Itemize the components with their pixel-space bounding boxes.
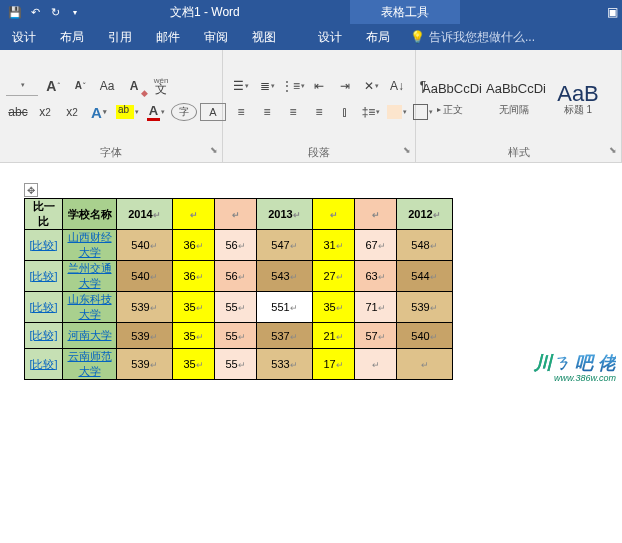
data-cell: 21↵ bbox=[313, 323, 355, 349]
school-link[interactable]: 兰州交通大学 bbox=[63, 261, 117, 292]
document-title: 文档1 - Word bbox=[170, 4, 240, 21]
tab-table-layout[interactable]: 布局 bbox=[354, 24, 402, 50]
highlight-button[interactable]: ▾ bbox=[114, 102, 141, 122]
align-left-button[interactable]: ≡ bbox=[229, 102, 253, 122]
data-cell: 540↵ bbox=[397, 323, 453, 349]
grow-font-button[interactable]: Aˆ bbox=[41, 76, 65, 96]
numbering-button[interactable]: ≣▾ bbox=[255, 76, 279, 96]
data-cell: 547↵ bbox=[257, 230, 313, 261]
th-blank1: ↵ bbox=[173, 199, 215, 230]
style-heading1[interactable]: AaB 标题 1 bbox=[550, 81, 606, 117]
school-link[interactable]: 山西财经大学 bbox=[63, 230, 117, 261]
comparison-table[interactable]: 比一比 学校名称 2014↵ ↵ ↵ 2013↵ ↵ ↵ 2012↵ [比较]山… bbox=[24, 198, 453, 380]
style-nospacing-label: 无间隔 bbox=[486, 103, 542, 117]
data-cell: 539↵ bbox=[117, 323, 173, 349]
enclose-char-button[interactable]: 字 bbox=[171, 103, 197, 121]
group-styles-label: 样式 bbox=[508, 146, 530, 158]
shrink-font-button[interactable]: Aˇ bbox=[68, 76, 92, 96]
font-color-button[interactable]: A▾ bbox=[144, 102, 168, 122]
data-cell: 71↵ bbox=[355, 292, 397, 323]
table-row[interactable]: [比较]山东科技大学539↵35↵55↵551↵35↵71↵539↵ bbox=[25, 292, 453, 323]
bullets-button[interactable]: ☰▾ bbox=[229, 76, 253, 96]
data-cell: 31↵ bbox=[313, 230, 355, 261]
tab-view[interactable]: 视图 bbox=[240, 24, 288, 50]
school-link[interactable]: 山东科技大学 bbox=[63, 292, 117, 323]
style-selected-icon: ▸ bbox=[437, 105, 441, 114]
group-font: ▾ Aˆ Aˇ Aa A◆ wén文 abc x2 x2 A▾ ▾ A▾ 字 A bbox=[0, 50, 223, 162]
tab-mailings[interactable]: 邮件 bbox=[144, 24, 192, 50]
compare-link[interactable]: [比较] bbox=[25, 230, 63, 261]
compare-link[interactable]: [比较] bbox=[25, 349, 63, 380]
data-cell: 35↵ bbox=[173, 349, 215, 380]
distribute-button[interactable]: ⫿ bbox=[333, 102, 357, 122]
line-spacing-button[interactable]: ‡≡▾ bbox=[359, 102, 383, 122]
sort-button[interactable]: A↓ bbox=[385, 76, 409, 96]
data-cell: 63↵ bbox=[355, 261, 397, 292]
data-cell: 35↵ bbox=[173, 323, 215, 349]
data-cell: 539↵ bbox=[117, 292, 173, 323]
subscript-button[interactable]: x2 bbox=[33, 102, 57, 122]
group-paragraph: ☰▾ ≣▾ ⋮≡▾ ⇤ ⇥ ✕▾ A↓ ¶ ≡ ≡ ≡ ≡ ⫿ ‡≡▾ ▾ bbox=[223, 50, 416, 162]
group-styles: AaBbCcDi ▸正文 AaBbCcDi 无间隔 AaB 标题 1 样式⬊ bbox=[416, 50, 622, 162]
qat-dropdown-icon[interactable]: ▾ bbox=[68, 5, 82, 19]
style-normal[interactable]: AaBbCcDi ▸正文 bbox=[422, 81, 478, 117]
strikethrough-button[interactable]: abc bbox=[6, 102, 30, 122]
data-cell: 36↵ bbox=[173, 230, 215, 261]
superscript-button[interactable]: x2 bbox=[60, 102, 84, 122]
asian-layout-button[interactable]: ✕▾ bbox=[359, 76, 383, 96]
school-link[interactable]: 云南师范大学 bbox=[63, 349, 117, 380]
styles-launcher-icon[interactable]: ⬊ bbox=[609, 145, 617, 155]
window-restore-icon[interactable]: ▣ bbox=[607, 5, 618, 19]
compare-link[interactable]: [比较] bbox=[25, 292, 63, 323]
data-cell: 539↵ bbox=[117, 349, 173, 380]
lightbulb-icon: 💡 bbox=[410, 30, 425, 44]
data-cell: 55↵ bbox=[215, 349, 257, 380]
multilevel-button[interactable]: ⋮≡▾ bbox=[281, 76, 305, 96]
change-case-button[interactable]: Aa bbox=[95, 76, 119, 96]
tab-table-design[interactable]: 设计 bbox=[306, 24, 354, 50]
align-center-button[interactable]: ≡ bbox=[255, 102, 279, 122]
table-row[interactable]: [比较]河南大学539↵35↵55↵537↵21↵57↵540↵ bbox=[25, 323, 453, 349]
watermark: 川ㄋ 吧 佬 www.386w.com bbox=[534, 354, 616, 384]
data-cell: 55↵ bbox=[215, 292, 257, 323]
title-bar: 💾 ↶ ↻ ▾ 文档1 - Word 表格工具 ▣ bbox=[0, 0, 622, 24]
data-cell: 57↵ bbox=[355, 323, 397, 349]
justify-button[interactable]: ≡ bbox=[307, 102, 331, 122]
data-cell: 533↵ bbox=[257, 349, 313, 380]
context-tab-label: 表格工具 bbox=[350, 0, 460, 24]
phonetic-guide-button[interactable]: wén文 bbox=[149, 76, 173, 96]
style-normal-preview: AaBbCcDi bbox=[422, 81, 478, 103]
document-canvas[interactable]: ✥ 比一比 学校名称 2014↵ ↵ ↵ 2013↵ ↵ ↵ 2012↵ [比较… bbox=[0, 163, 622, 388]
th-blank4: ↵ bbox=[355, 199, 397, 230]
tab-review[interactable]: 审阅 bbox=[192, 24, 240, 50]
undo-icon[interactable]: ↶ bbox=[28, 5, 42, 19]
tell-me-search[interactable]: 💡 告诉我您想做什么... bbox=[410, 29, 535, 46]
font-launcher-icon[interactable]: ⬊ bbox=[210, 145, 218, 155]
tab-design[interactable]: 设计 bbox=[0, 24, 48, 50]
table-row[interactable]: [比较]山西财经大学540↵36↵56↵547↵31↵67↵548↵ bbox=[25, 230, 453, 261]
increase-indent-button[interactable]: ⇥ bbox=[333, 76, 357, 96]
align-right-button[interactable]: ≡ bbox=[281, 102, 305, 122]
style-nospacing[interactable]: AaBbCcDi 无间隔 bbox=[486, 81, 542, 117]
decrease-indent-button[interactable]: ⇤ bbox=[307, 76, 331, 96]
font-dropdown[interactable]: ▾ bbox=[6, 75, 38, 96]
tab-layout[interactable]: 布局 bbox=[48, 24, 96, 50]
data-cell: 67↵ bbox=[355, 230, 397, 261]
table-row[interactable]: [比较]兰州交通大学540↵36↵56↵543↵27↵63↵544↵ bbox=[25, 261, 453, 292]
tell-me-placeholder: 告诉我您想做什么... bbox=[429, 29, 535, 46]
compare-link[interactable]: [比较] bbox=[25, 261, 63, 292]
data-cell: 544↵ bbox=[397, 261, 453, 292]
shading-button[interactable]: ▾ bbox=[385, 102, 409, 122]
tab-references[interactable]: 引用 bbox=[96, 24, 144, 50]
redo-icon[interactable]: ↻ bbox=[48, 5, 62, 19]
text-effects-button[interactable]: A▾ bbox=[87, 102, 111, 122]
clear-format-button[interactable]: A◆ bbox=[122, 76, 146, 96]
paragraph-launcher-icon[interactable]: ⬊ bbox=[403, 145, 411, 155]
save-icon[interactable]: 💾 bbox=[8, 5, 22, 19]
table-move-handle-icon[interactable]: ✥ bbox=[24, 183, 38, 197]
data-cell: 543↵ bbox=[257, 261, 313, 292]
data-cell: 540↵ bbox=[117, 230, 173, 261]
compare-link[interactable]: [比较] bbox=[25, 323, 63, 349]
table-row[interactable]: [比较]云南师范大学539↵35↵55↵533↵17↵↵↵ bbox=[25, 349, 453, 380]
school-link[interactable]: 河南大学 bbox=[63, 323, 117, 349]
